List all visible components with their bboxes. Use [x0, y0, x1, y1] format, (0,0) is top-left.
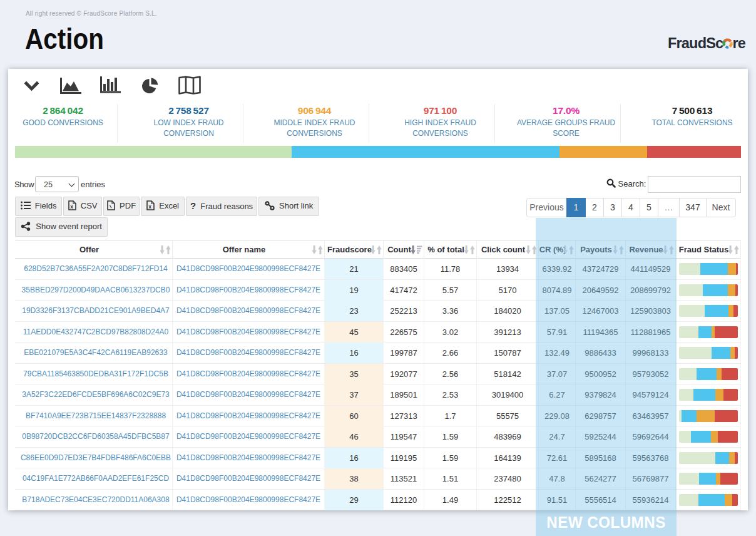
- svg-text:x: x: [148, 204, 151, 210]
- svg-text:x: x: [70, 204, 73, 210]
